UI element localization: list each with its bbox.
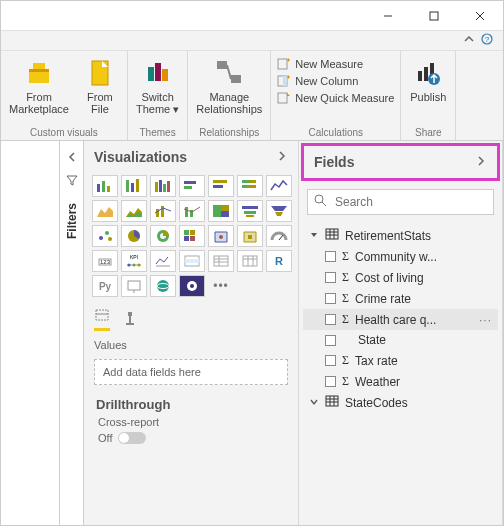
- svg-rect-8: [29, 69, 49, 72]
- new-quick-measure-button[interactable]: New Quick Measure: [277, 91, 394, 105]
- svg-rect-31: [102, 181, 105, 192]
- viz-type[interactable]: [92, 225, 118, 247]
- table-name: StateCodes: [345, 396, 408, 410]
- viz-type[interactable]: [179, 250, 205, 272]
- collapse-fields-icon[interactable]: [475, 154, 487, 170]
- field-node[interactable]: ΣTax rate: [303, 350, 498, 371]
- viz-type[interactable]: [150, 250, 176, 272]
- viz-type[interactable]: [121, 200, 147, 222]
- sigma-icon: Σ: [342, 249, 349, 264]
- field-node[interactable]: ΣWeather: [303, 371, 498, 392]
- field-checkbox[interactable]: [325, 293, 336, 304]
- svg-text:123: 123: [100, 259, 111, 265]
- viz-type[interactable]: [208, 250, 234, 272]
- table-node[interactable]: StateCodes: [303, 392, 498, 413]
- svg-rect-45: [250, 180, 256, 183]
- table-node[interactable]: RetirementStats: [303, 225, 498, 246]
- field-checkbox[interactable]: [325, 355, 336, 366]
- svg-rect-54: [221, 211, 229, 217]
- publish-button[interactable]: Publish: [407, 55, 449, 105]
- field-node[interactable]: State: [303, 330, 498, 350]
- group-label: Themes: [140, 127, 176, 138]
- viz-type[interactable]: [208, 200, 234, 222]
- svg-point-60: [99, 236, 103, 240]
- svg-rect-83: [214, 256, 228, 266]
- from-file-button[interactable]: From File: [79, 55, 121, 117]
- new-measure-button[interactable]: New Measure: [277, 57, 394, 71]
- svg-rect-55: [242, 206, 258, 209]
- sigma-icon: Σ: [342, 270, 349, 285]
- field-checkbox[interactable]: [325, 335, 336, 346]
- svg-point-104: [315, 195, 323, 203]
- viz-type[interactable]: [150, 275, 176, 297]
- svg-text:R: R: [275, 255, 283, 267]
- svg-rect-15: [231, 75, 241, 83]
- table-name: RetirementStats: [345, 229, 431, 243]
- viz-type[interactable]: [266, 200, 292, 222]
- svg-point-95: [157, 280, 169, 292]
- viz-type[interactable]: [179, 225, 205, 247]
- viz-type[interactable]: [150, 200, 176, 222]
- field-node[interactable]: ΣHealth care q...···: [303, 309, 498, 330]
- fields-well-tab[interactable]: [94, 307, 110, 331]
- expand-filters-icon: [66, 151, 78, 166]
- svg-rect-53: [221, 205, 229, 211]
- viz-type[interactable]: KPI: [121, 250, 147, 272]
- viz-more-button[interactable]: •••: [208, 275, 234, 297]
- field-checkbox[interactable]: [325, 272, 336, 283]
- switch-theme-button[interactable]: Switch Theme ▾: [134, 55, 181, 117]
- viz-type[interactable]: R: [266, 250, 292, 272]
- window-minimize-button[interactable]: [365, 1, 411, 30]
- viz-type[interactable]: 123: [92, 250, 118, 272]
- viz-type[interactable]: [121, 225, 147, 247]
- cross-report-toggle[interactable]: Off: [84, 430, 298, 446]
- viz-type[interactable]: [266, 175, 292, 197]
- svg-rect-27: [424, 67, 428, 81]
- help-icon[interactable]: ?: [481, 33, 493, 48]
- theme-icon: [142, 57, 174, 89]
- marketplace-icon: [23, 57, 55, 89]
- collapse-ribbon-icon[interactable]: [463, 33, 475, 48]
- viz-type[interactable]: [237, 250, 263, 272]
- new-column-button[interactable]: New Column: [277, 74, 394, 88]
- viz-type[interactable]: [237, 200, 263, 222]
- viz-type[interactable]: [121, 175, 147, 197]
- viz-type[interactable]: [179, 275, 205, 297]
- values-drop-area[interactable]: Add data fields here: [94, 359, 288, 385]
- viz-type[interactable]: [179, 200, 205, 222]
- collapse-viz-icon[interactable]: [276, 149, 288, 165]
- viz-type[interactable]: [266, 225, 292, 247]
- field-node[interactable]: ΣCost of living: [303, 267, 498, 288]
- viz-type[interactable]: [179, 175, 205, 197]
- search-input[interactable]: [333, 194, 487, 210]
- field-checkbox[interactable]: [325, 251, 336, 262]
- manage-relationships-button[interactable]: Manage Relationships: [194, 55, 264, 117]
- viz-type[interactable]: Py: [92, 275, 118, 297]
- svg-rect-11: [148, 67, 154, 81]
- fields-search[interactable]: [307, 189, 494, 215]
- viz-type[interactable]: [237, 175, 263, 197]
- format-tab[interactable]: [122, 310, 138, 329]
- svg-rect-43: [213, 185, 223, 188]
- viz-type[interactable]: [150, 225, 176, 247]
- svg-rect-99: [96, 310, 108, 320]
- viz-type[interactable]: [237, 225, 263, 247]
- from-marketplace-button[interactable]: From Marketplace: [7, 55, 71, 117]
- window-maximize-button[interactable]: [411, 1, 457, 30]
- viz-type[interactable]: [208, 175, 234, 197]
- viz-type[interactable]: [92, 200, 118, 222]
- relationships-icon: [213, 57, 245, 89]
- field-node[interactable]: ΣCrime rate: [303, 288, 498, 309]
- field-more-icon[interactable]: ···: [479, 313, 492, 327]
- viz-type[interactable]: [208, 225, 234, 247]
- filters-pane-tab[interactable]: Filters: [59, 141, 83, 525]
- field-name: Crime rate: [355, 292, 492, 306]
- window-close-button[interactable]: [457, 1, 503, 30]
- field-node[interactable]: ΣCommunity w...: [303, 246, 498, 267]
- viz-type[interactable]: [150, 175, 176, 197]
- field-checkbox[interactable]: [325, 376, 336, 387]
- field-checkbox[interactable]: [325, 314, 336, 325]
- viz-type[interactable]: [92, 175, 118, 197]
- viz-type[interactable]: [121, 275, 147, 297]
- report-canvas[interactable]: Filters: [1, 141, 84, 525]
